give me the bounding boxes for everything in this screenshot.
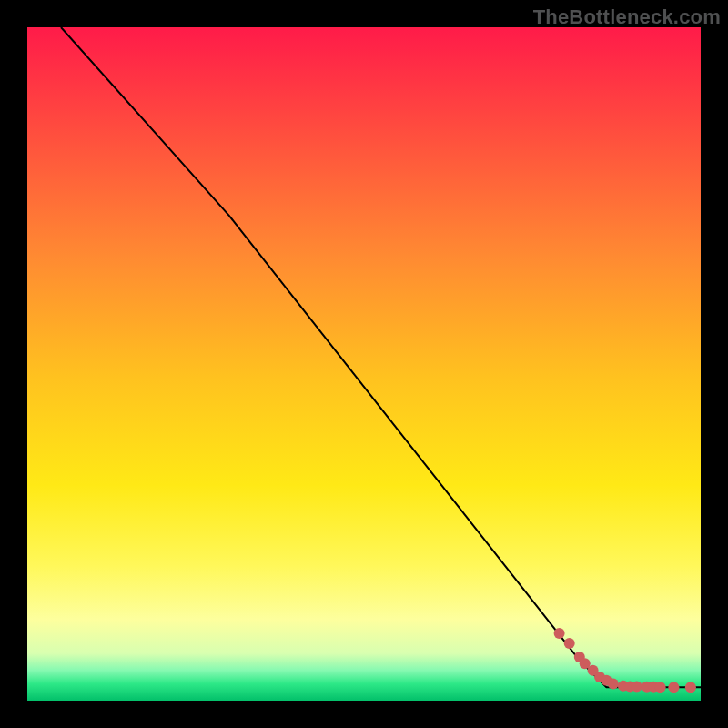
watermark-text: TheBottleneck.com — [533, 5, 721, 29]
chart-stage: TheBottleneck.com — [0, 0, 728, 728]
point-scatter-points — [608, 679, 619, 690]
point-scatter-points — [564, 638, 575, 649]
chart-background — [27, 27, 701, 701]
point-scatter-points — [668, 682, 679, 693]
point-scatter-points — [685, 682, 696, 693]
point-scatter-points — [632, 681, 642, 692]
point-scatter-points — [655, 682, 666, 693]
chart-svg — [27, 27, 701, 701]
point-scatter-points — [554, 628, 565, 639]
